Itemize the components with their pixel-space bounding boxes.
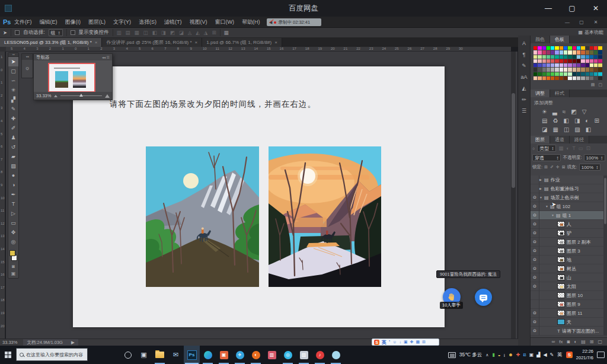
- hidden-icons-chevron[interactable]: ∧: [485, 353, 488, 357]
- zoom-in-icon[interactable]: [105, 94, 110, 98]
- layer-row[interactable]: ⊙山: [531, 273, 603, 282]
- navigator-thumbnail[interactable]: [48, 63, 95, 92]
- mode-icon[interactable]: ▣: [11, 271, 16, 276]
- color-swatch[interactable]: [564, 59, 567, 63]
- color-swatch[interactable]: [547, 46, 550, 50]
- color-swatch[interactable]: [568, 50, 571, 54]
- ime-tool-icon[interactable]: ☺: [392, 340, 397, 344]
- tray-ime-mode[interactable]: 英: [557, 352, 563, 359]
- taskbar-app-edge[interactable]: [200, 346, 216, 364]
- color-swatch[interactable]: [594, 72, 598, 76]
- color-swatch[interactable]: [560, 50, 563, 54]
- adjustment-icon[interactable]: ◧: [563, 117, 568, 124]
- adjustment-icon[interactable]: ▦: [552, 126, 558, 133]
- color-swatch[interactable]: [533, 63, 537, 67]
- layer-row[interactable]: ▶▤色彩重涂练习: [531, 184, 603, 193]
- color-swatch[interactable]: [577, 63, 580, 67]
- layer-mask-icon[interactable]: ◙: [567, 339, 570, 344]
- mic-tray-icon[interactable]: ¡: [504, 352, 506, 357]
- marquee-tool[interactable]: ▢: [8, 66, 18, 76]
- color-swatch[interactable]: [533, 50, 537, 54]
- color-swatch[interactable]: [547, 55, 550, 59]
- color-swatch[interactable]: [590, 68, 593, 71]
- color-swatch[interactable]: [598, 46, 602, 50]
- zoom-out-icon[interactable]: [54, 95, 57, 97]
- layer-visibility-toggle[interactable]: ⊙: [531, 229, 539, 238]
- color-swatch[interactable]: [555, 46, 558, 50]
- layer-visibility-toggle[interactable]: ⊙: [531, 264, 539, 273]
- menu-item[interactable]: 图像(I): [65, 18, 81, 26]
- color-swatch[interactable]: [560, 55, 563, 59]
- zoom-tool[interactable]: ◎: [8, 237, 18, 247]
- adjustment-icon[interactable]: ◩: [571, 108, 576, 115]
- color-swatch[interactable]: [542, 63, 546, 67]
- ime-mode-indicator[interactable]: 英: [382, 339, 386, 346]
- pen-tool[interactable]: ✒: [8, 190, 18, 199]
- paragraph-styles-icon[interactable]: aA: [520, 74, 527, 80]
- layer-row[interactable]: ⊙图层 11: [531, 309, 603, 318]
- mode-icon[interactable]: ◙: [12, 264, 15, 269]
- color-swatch[interactable]: [547, 59, 550, 63]
- tab-swatches[interactable]: 色板: [550, 36, 570, 43]
- document-tab[interactable]: 作业讲评.psd @ 25% (图层 16, RGB/8) *×: [102, 38, 202, 47]
- navigator-menu-icon[interactable]: ◂◂ ☰: [102, 55, 110, 59]
- tab-close-icon[interactable]: ×: [274, 40, 277, 45]
- lock-icon[interactable]: ⊠: [562, 165, 566, 170]
- tab-layers[interactable]: 图层: [531, 136, 550, 143]
- eraser-tool[interactable]: ▰: [8, 152, 18, 161]
- color-swatch[interactable]: [590, 46, 593, 50]
- layer-row[interactable]: ⊙T请将下面左图的...: [531, 327, 603, 336]
- action-center-icon[interactable]: [597, 352, 605, 358]
- color-swatch[interactable]: [586, 63, 589, 67]
- color-swatch[interactable]: [568, 72, 571, 76]
- color-swatch[interactable]: [568, 76, 571, 80]
- hand-tool[interactable]: ✥: [8, 228, 18, 237]
- color-swatch[interactable]: [586, 46, 589, 50]
- lock-icon[interactable]: ⊞: [544, 165, 548, 170]
- layer-filter-dropdown[interactable]: 类型↕: [537, 145, 556, 152]
- color-swatch[interactable]: [573, 50, 576, 54]
- color-swatch[interactable]: [547, 72, 550, 76]
- character-styles-icon[interactable]: ✎: [522, 63, 526, 69]
- color-swatch[interactable]: [533, 68, 537, 71]
- menu-item[interactable]: 选择(S): [139, 18, 156, 26]
- menu-item[interactable]: 窗口(W): [215, 18, 235, 26]
- ime-toolbar[interactable]: S 英 ❜☺↓▣✚▦⊞: [372, 339, 439, 346]
- color-swatch[interactable]: [573, 76, 576, 80]
- menu-item[interactable]: 图层(L): [88, 18, 106, 26]
- color-swatch[interactable]: [538, 72, 541, 76]
- tray-sogou-icon[interactable]: S: [566, 352, 573, 358]
- layer-visibility-toggle[interactable]: [531, 300, 539, 309]
- color-swatch[interactable]: [564, 68, 567, 71]
- color-swatch[interactable]: [568, 46, 571, 50]
- minimize-button[interactable]: —: [539, 2, 557, 14]
- filter-type-icon[interactable]: ▭: [579, 145, 583, 151]
- color-swatch[interactable]: [542, 55, 546, 59]
- color-swatch[interactable]: [560, 72, 563, 76]
- maximize-button[interactable]: ▢: [563, 2, 581, 14]
- opacity-value[interactable]: 100%↕: [584, 154, 605, 161]
- crop-tool[interactable]: ▞: [8, 95, 18, 104]
- layer-row[interactable]: ⊙树丛: [531, 264, 603, 273]
- tab-channels[interactable]: 通道: [550, 136, 570, 143]
- lock-icon[interactable]: ✐: [550, 165, 554, 170]
- layer-visibility-toggle[interactable]: [531, 175, 539, 184]
- news-interest-icon[interactable]: [448, 352, 456, 358]
- properties-panel-icon[interactable]: ◭: [522, 85, 526, 91]
- group-caret-icon[interactable]: ▼: [545, 205, 550, 208]
- tab-close-icon[interactable]: ×: [95, 40, 98, 45]
- color-swatch[interactable]: [533, 76, 537, 80]
- layer-visibility-toggle[interactable]: ⊙: [531, 211, 539, 220]
- adjustment-icon[interactable]: ≈: [563, 108, 566, 115]
- menu-item[interactable]: 文件(F): [14, 18, 32, 26]
- ime-tool-icon[interactable]: ▦: [416, 340, 420, 344]
- adjustment-icon[interactable]: ☀: [542, 108, 547, 115]
- layer-visibility-toggle[interactable]: ⊙: [531, 193, 539, 202]
- ime-tool-icon[interactable]: ❜: [389, 340, 390, 344]
- taskbar-app-ie-browser[interactable]: ◎: [280, 346, 296, 364]
- chat-button[interactable]: [475, 289, 492, 306]
- color-swatch[interactable]: [586, 55, 589, 59]
- adjustment-icon[interactable]: ◐: [585, 117, 589, 124]
- navigator-zoom-slider[interactable]: [60, 95, 102, 96]
- user-tray-icon[interactable]: ☻: [508, 352, 513, 357]
